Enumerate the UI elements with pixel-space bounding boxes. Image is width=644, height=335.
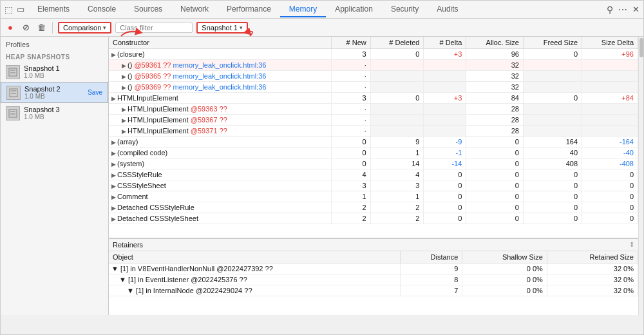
ret-col-distance: Distance: [400, 251, 462, 263]
table-cell: 32: [466, 82, 524, 93]
table-cell: 0: [331, 148, 370, 158]
expand-arrow[interactable]: ▶: [122, 128, 126, 135]
table-row[interactable]: ▶() @59361 ?? memory_leak_onclick.html:3…: [109, 60, 331, 71]
chevron-down-icon: ▾: [103, 24, 106, 31]
expand-arrow[interactable]: ▶: [111, 205, 116, 211]
table-cell: 0: [424, 169, 466, 180]
expand-arrow[interactable]: ▶: [111, 139, 116, 146]
retainers-section: Retainers ⇕ Object Distance Shallow Size…: [109, 238, 638, 315]
ret-row[interactable]: ▼ [1] in InternalNode @2022429024 ??: [109, 285, 400, 296]
table-cell: +84: [582, 93, 638, 104]
expand-arrow[interactable]: ▶: [122, 117, 126, 124]
table-row[interactable]: ▶HTMLInputElement @59367 ??: [109, 115, 331, 126]
expand-arrow[interactable]: ▶: [122, 73, 126, 80]
expand-arrow[interactable]: ▶: [111, 95, 116, 102]
record-icon[interactable]: ●: [5, 23, 16, 32]
table-row[interactable]: ▶(system): [109, 158, 331, 169]
snapshot-dropdown[interactable]: Snapshot 1 ▾: [196, 22, 248, 34]
content-area: Constructor # New # Deleted # Delta Allo…: [109, 37, 638, 315]
table-cell: 0: [523, 213, 582, 224]
close-icon[interactable]: ✕: [632, 5, 639, 14]
expand-arrow[interactable]: ▶: [111, 150, 116, 157]
tab-performance[interactable]: Performance: [218, 2, 280, 17]
delete-icon[interactable]: 🗑: [35, 23, 47, 32]
expand-arrow[interactable]: ▶: [122, 106, 126, 113]
ret-row[interactable]: ▼ [1] in EventListener @2022425376 ??: [109, 274, 400, 285]
table-cell: [370, 71, 424, 82]
table-cell: [424, 71, 466, 82]
comparison-dropdown[interactable]: Comparison ▾: [58, 22, 111, 34]
snapshot-item-3[interactable]: Snapshot 3 1.0 MB: [1, 103, 108, 123]
table-cell: 14: [370, 158, 424, 169]
snapshot-item-2[interactable]: Snapshot 2 1.0 MB Save: [1, 82, 108, 103]
col-new: # New: [331, 37, 370, 49]
table-row[interactable]: ▶Comment: [109, 191, 331, 202]
table-row[interactable]: ▶(array): [109, 137, 331, 148]
search-icon[interactable]: ⚲: [607, 5, 613, 15]
table-cell: -14: [424, 158, 466, 169]
snapshot-item-1[interactable]: Snapshot 1 1.0 MB: [1, 62, 108, 82]
table-cell: ·: [331, 71, 370, 82]
table-cell: 0: [523, 180, 582, 191]
scrollbar-thumb: [639, 38, 643, 57]
table-row[interactable]: ▶(compiled code): [109, 148, 331, 158]
table-row[interactable]: ▶() @59369 ?? memory_leak_onclick.html:3…: [109, 82, 331, 93]
ret-col-shallow: Shallow Size: [462, 251, 547, 263]
col-deleted: # Deleted: [370, 37, 424, 49]
tab-console[interactable]: Console: [79, 2, 125, 17]
more-icon[interactable]: ⋯: [618, 5, 627, 15]
table-cell: 84: [466, 93, 524, 104]
svg-rect-5: [11, 93, 16, 94]
class-filter-input[interactable]: [115, 23, 193, 33]
table-cell: +3: [424, 93, 466, 104]
sidebar-title: Profiles: [1, 37, 108, 52]
clear-icon[interactable]: ⊘: [20, 23, 32, 32]
expand-arrow[interactable]: ▶: [111, 52, 116, 58]
tab-bar: ⬚ ▭ Elements Console Sources Network Per…: [1, 1, 643, 19]
tab-network[interactable]: Network: [171, 2, 218, 17]
expand-arrow[interactable]: ▶: [111, 172, 116, 178]
tab-sources[interactable]: Sources: [125, 2, 171, 17]
retainers-scroll-icon: ⇕: [629, 241, 634, 249]
source-link[interactable]: memory_leak_onclick.html:36: [173, 72, 267, 80]
table-row[interactable]: ▶Detached CSSStyleSheet: [109, 213, 331, 224]
tab-elements[interactable]: Elements: [28, 2, 79, 17]
expand-arrow[interactable]: ▶: [111, 161, 116, 168]
snapshot-icon-3: [6, 106, 20, 120]
expand-arrow[interactable]: ▶: [111, 183, 116, 189]
table-row[interactable]: ▶CSSStyleSheet: [109, 180, 331, 191]
table-row[interactable]: ▶CSSStyleRule: [109, 169, 331, 180]
tab-application[interactable]: Application: [326, 2, 382, 17]
ret-col-object: Object: [109, 251, 400, 263]
snapshot-3-size: 1.0 MB: [24, 113, 103, 120]
expand-arrow[interactable]: ▶: [111, 216, 116, 222]
snapshot-icon-1: [6, 65, 20, 79]
table-cell: 1: [370, 148, 424, 158]
table-row[interactable]: ▶HTMLInputElement @59363 ??: [109, 104, 331, 115]
svg-rect-1: [10, 70, 15, 71]
svg-rect-4: [11, 90, 16, 91]
expand-arrow[interactable]: ▶: [122, 84, 126, 91]
expand-arrow[interactable]: ▶: [111, 194, 116, 200]
table-row[interactable]: ▶HTMLInputElement @59371 ??: [109, 126, 331, 137]
table-row[interactable]: ▶HTMLInputElement: [109, 93, 331, 104]
table-row[interactable]: ▶(closure): [109, 49, 331, 60]
table-cell: 0: [466, 180, 524, 191]
table-row[interactable]: ▶() @59365 ?? memory_leak_onclick.html:3…: [109, 71, 331, 82]
source-link[interactable]: memory_leak_onclick.html:36: [173, 83, 267, 91]
ret-row[interactable]: ▼ [1] in V8EventHandlerNonNull @20224273…: [109, 263, 400, 274]
table-cell: [582, 60, 638, 71]
table-cell: 3: [331, 180, 370, 191]
table-cell: [523, 115, 582, 126]
source-link[interactable]: memory_leak_onclick.html:36: [173, 61, 267, 69]
tab-security[interactable]: Security: [382, 2, 428, 17]
tab-memory[interactable]: Memory: [280, 2, 326, 17]
save-link[interactable]: Save: [88, 89, 102, 96]
table-cell: 0: [582, 180, 638, 191]
table-cell: 1: [331, 191, 370, 202]
table-row[interactable]: ▶Detached CSSStyleRule: [109, 202, 331, 213]
expand-arrow[interactable]: ▶: [122, 62, 126, 69]
tab-audits[interactable]: Audits: [428, 2, 467, 17]
table-area[interactable]: Constructor # New # Deleted # Delta Allo…: [109, 37, 638, 238]
main-scrollbar[interactable]: [638, 37, 643, 315]
